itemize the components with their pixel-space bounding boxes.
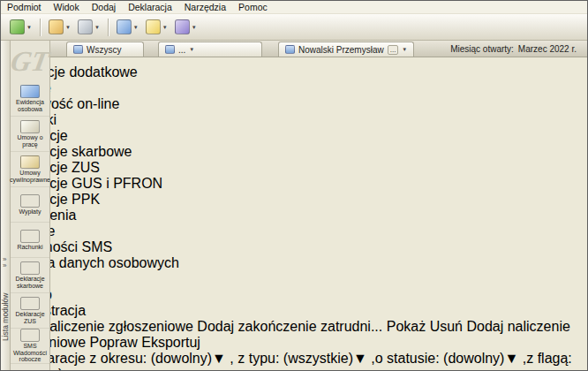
chevron-down-icon: ▼	[26, 25, 32, 30]
declarations-ppk-view: Dodaj naliczenie zgłoszeniowe Dodaj zako…	[1, 319, 587, 371]
tree-item-deklaracje-ppk[interactable]: Deklaracje PPK	[1, 192, 587, 208]
mail-icon	[146, 19, 161, 34]
filter-okres-dropdown[interactable]: (dowolny)	[151, 351, 212, 366]
run-button[interactable]: ▼	[6, 17, 35, 38]
filter-typ-dropdown[interactable]: (wszystkie)	[283, 351, 353, 366]
menu-podmiot[interactable]: Podmiot	[1, 2, 48, 12]
payout-icon	[20, 194, 40, 208]
chevron-down-icon: ▼	[133, 25, 139, 30]
chevron-down-icon: ▼	[212, 351, 226, 366]
module-deklaracje-skarbowe[interactable]: Deklaracje skarbowe	[11, 258, 49, 293]
tab-covered[interactable]: ... ▼	[158, 42, 262, 57]
chevron-down-icon: ▼	[402, 47, 407, 52]
menu-narzedzia[interactable]: Narzędzia	[178, 2, 232, 12]
module-list-strip[interactable]: »» Lista modułów	[1, 41, 11, 370]
tree-item-finanse[interactable]: Finanse	[1, 80, 587, 96]
tab-covered-label: ...	[178, 45, 185, 55]
chart-button[interactable]: ▼	[113, 17, 142, 38]
open-month-value: Marzec 2022 r.	[518, 44, 577, 54]
tree-item-wiadomosci-sms[interactable]: Wiadomości SMS	[1, 239, 587, 255]
tree-item-deklaracje[interactable]: Deklaracje	[1, 128, 587, 144]
sms-icon	[20, 329, 40, 342]
toolbar-separator	[108, 19, 109, 36]
module-wyplaty[interactable]: Wypłaty	[11, 187, 49, 223]
chevron-down-icon: ▼	[353, 351, 367, 366]
app-window: Podmiot Widok Dodaj Deklaracja Narzędzia…	[0, 0, 588, 371]
filter-flaga-label: ,z flagą:	[523, 351, 572, 366]
main-toolbar: ▼ ▼ ▼ ▼ ▼ ▼	[1, 14, 587, 41]
help-icon	[175, 19, 190, 34]
run-icon	[10, 19, 25, 34]
module-rachunki[interactable]: Rachunki	[11, 223, 49, 258]
tree-item-zestawienia[interactable]: Zestawienia	[1, 208, 587, 223]
add-zakonczenie-zatrudnienia-link[interactable]: Dodaj zakończenie zatrudni...	[197, 319, 382, 334]
tree-item-deklaracje-zus[interactable]: Deklaracje ZUS	[1, 160, 587, 176]
tree-item-administracja[interactable]: Administracja	[1, 303, 587, 319]
open-button[interactable]: ▼	[45, 17, 74, 38]
contract-icon	[20, 120, 40, 133]
gt-logo: GT	[7, 41, 53, 81]
expand-chevrons-icon[interactable]: »»	[3, 256, 6, 269]
tax-declaration-icon	[20, 261, 40, 275]
eksportuj-link[interactable]: Eksportuj	[141, 335, 200, 350]
menu-deklaracja[interactable]: Deklaracja	[122, 2, 178, 12]
help-button[interactable]: ▼	[171, 17, 200, 38]
tree-item-vendero[interactable]: vendero	[1, 287, 587, 303]
filter-status-label: ,o statusie:	[371, 351, 439, 366]
filter-status-dropdown[interactable]: (dowolny)	[443, 351, 504, 366]
tree-item-naklejki[interactable]: Naklejki	[1, 271, 587, 287]
people-icon	[73, 45, 83, 54]
invoice-icon	[20, 230, 40, 243]
menu-pomoc[interactable]: Pomoc	[232, 2, 274, 12]
menu-dodaj[interactable]: Dodaj	[86, 2, 122, 12]
open-month-indicator: Miesiąc otwarty: Marzec 2022 r.	[450, 44, 587, 54]
module-ewidencja-osobowa[interactable]: Ewidencja osobowa	[11, 81, 49, 117]
open-month-label: Miesiąc otwarty:	[450, 44, 514, 54]
tab-employee-more-button[interactable]: ...	[388, 45, 399, 55]
tree-item-definicje[interactable]: Definicje	[1, 223, 587, 239]
module-umowy-o-prace[interactable]: Umowy o pracę	[11, 117, 49, 152]
tab-wszyscy-label: Wszyscy	[87, 45, 121, 55]
usun-link[interactable]: Usuń	[430, 319, 463, 334]
filter-typ-label: , z typu:	[230, 351, 279, 366]
filter-bar: ▼ Deklaracje z okresu: (dowolny)▼ , z ty…	[1, 351, 587, 371]
print-icon	[78, 19, 93, 34]
civil-contract-icon	[20, 155, 40, 169]
menu-widok[interactable]: Widok	[48, 2, 86, 12]
mail-button[interactable]: ▼	[142, 17, 171, 38]
person-icon	[165, 45, 175, 54]
module-list-strip-label: Lista modułów	[1, 269, 11, 366]
person-icon	[285, 45, 295, 54]
toolbar-separator	[40, 19, 41, 36]
tree-item-kartoteki[interactable]: Kartoteki	[1, 112, 587, 128]
pokaz-link[interactable]: Pokaż	[387, 319, 426, 334]
menu-bar: Podmiot Widok Dodaj Deklaracja Narzędzia…	[1, 1, 587, 14]
tab-wszyscy[interactable]: Wszyscy	[66, 42, 144, 57]
module-bar: GT Ewidencja osobowa Umowy o pracę Umowy…	[11, 41, 50, 370]
tab-employee-label: Nowalski Przemysław	[298, 45, 384, 55]
chevron-down-icon: ▼	[63, 367, 77, 371]
zus-declaration-icon	[20, 297, 40, 310]
open-icon	[49, 19, 64, 34]
tree-item-deklaracje-gus-pfron[interactable]: Deklaracje GUS i PFRON	[1, 176, 587, 192]
chevron-down-icon: ▼	[65, 25, 71, 30]
personnel-icon	[20, 85, 40, 98]
chevron-down-icon: ▼	[192, 25, 197, 30]
print-button[interactable]: ▼	[74, 17, 103, 38]
chevron-down-icon: ▼	[504, 351, 518, 366]
chevron-down-icon: ▼	[94, 25, 100, 30]
module-umowy-cywilnoprawne[interactable]: Umowy cywilnoprawne	[11, 152, 49, 187]
module-sms-wiadomosci[interactable]: SMS Wiadomości robocze	[11, 329, 49, 364]
module-deklaracje-zus[interactable]: Deklaracje ZUS	[11, 293, 49, 329]
tree-item-ewidencje-dodatkowe[interactable]: Ewidencje dodatkowe	[1, 64, 587, 80]
tree-item-ochrona-danych[interactable]: Ochrona danych osobowych	[1, 255, 587, 271]
tree-item-bankowosc[interactable]: Bankowość on-line	[1, 96, 587, 112]
tab-employee[interactable]: Nowalski Przemysław ... ▼	[278, 42, 414, 57]
popraw-link[interactable]: Popraw	[90, 335, 138, 350]
chevron-down-icon: ▼	[162, 25, 168, 30]
tree-item-deklaracje-skarbowe[interactable]: Deklaracje skarbowe	[1, 144, 587, 160]
tab-strip: Wszyscy ... ▼ Nowalski Przemysław ... ▼ …	[50, 41, 587, 57]
chart-icon	[117, 19, 132, 34]
chevron-down-icon: ▼	[189, 47, 194, 52]
